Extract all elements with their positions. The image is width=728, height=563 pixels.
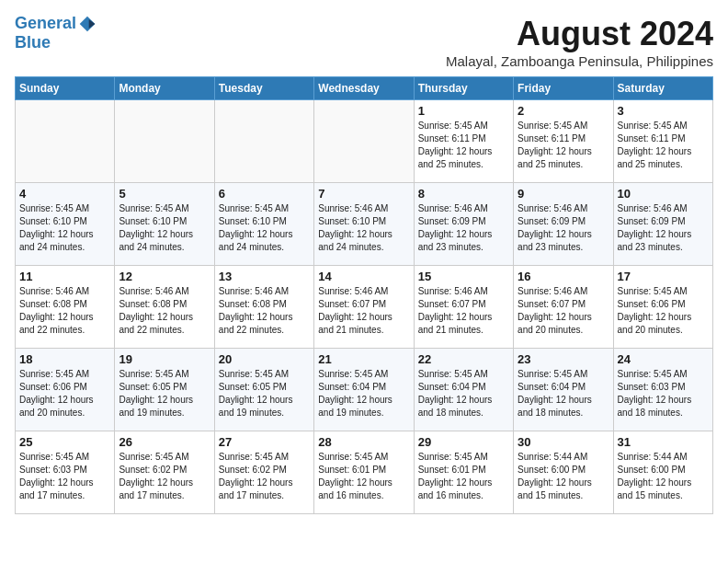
- day-info: Sunrise: 5:46 AM Sunset: 6:09 PM Dayligh…: [618, 202, 709, 254]
- day-cell: [314, 100, 414, 183]
- day-cell: 14Sunrise: 5:46 AM Sunset: 6:07 PM Dayli…: [314, 266, 414, 349]
- title-block: August 2024 Malayal, Zamboanga Peninsula…: [446, 15, 713, 69]
- day-cell: 24Sunrise: 5:45 AM Sunset: 6:03 PM Dayli…: [613, 349, 712, 431]
- day-number: 26: [119, 435, 210, 449]
- day-number: 31: [618, 435, 709, 449]
- day-cell: 21Sunrise: 5:45 AM Sunset: 6:04 PM Dayli…: [314, 349, 414, 431]
- day-info: Sunrise: 5:45 AM Sunset: 6:01 PM Dayligh…: [318, 451, 409, 502]
- day-cell: [16, 100, 115, 183]
- day-info: Sunrise: 5:45 AM Sunset: 6:10 PM Dayligh…: [19, 202, 110, 254]
- week-row-4: 18Sunrise: 5:45 AM Sunset: 6:06 PM Dayli…: [16, 349, 713, 431]
- week-row-2: 4Sunrise: 5:45 AM Sunset: 6:10 PM Daylig…: [16, 183, 713, 266]
- day-number: 25: [19, 435, 110, 449]
- day-info: Sunrise: 5:45 AM Sunset: 6:04 PM Dayligh…: [418, 368, 509, 419]
- day-info: Sunrise: 5:44 AM Sunset: 6:00 PM Dayligh…: [518, 451, 609, 502]
- day-info: Sunrise: 5:45 AM Sunset: 6:03 PM Dayligh…: [19, 451, 110, 502]
- day-cell: 18Sunrise: 5:45 AM Sunset: 6:06 PM Dayli…: [16, 349, 115, 431]
- day-cell: 3Sunrise: 5:45 AM Sunset: 6:11 PM Daylig…: [613, 100, 712, 183]
- day-cell: 10Sunrise: 5:46 AM Sunset: 6:09 PM Dayli…: [613, 183, 712, 266]
- day-number: 19: [119, 352, 210, 366]
- day-number: 20: [219, 352, 310, 366]
- day-cell: 26Sunrise: 5:45 AM Sunset: 6:02 PM Dayli…: [115, 431, 214, 514]
- day-cell: 8Sunrise: 5:46 AM Sunset: 6:09 PM Daylig…: [414, 183, 513, 266]
- day-number: 11: [19, 270, 110, 283]
- day-info: Sunrise: 5:45 AM Sunset: 6:10 PM Dayligh…: [119, 202, 210, 254]
- day-number: 14: [318, 270, 409, 283]
- day-cell: 9Sunrise: 5:46 AM Sunset: 6:09 PM Daylig…: [514, 183, 613, 266]
- calendar-header: SundayMondayTuesdayWednesdayThursdayFrid…: [16, 77, 713, 100]
- day-number: 7: [318, 187, 409, 201]
- day-number: 9: [518, 187, 609, 201]
- day-info: Sunrise: 5:45 AM Sunset: 6:03 PM Dayligh…: [618, 368, 709, 419]
- day-info: Sunrise: 5:46 AM Sunset: 6:09 PM Dayligh…: [418, 202, 509, 254]
- header-cell-monday: Monday: [115, 77, 214, 100]
- day-cell: 16Sunrise: 5:46 AM Sunset: 6:07 PM Dayli…: [514, 266, 613, 349]
- day-number: 22: [418, 352, 509, 366]
- day-number: 28: [318, 435, 409, 449]
- day-info: Sunrise: 5:45 AM Sunset: 6:11 PM Dayligh…: [418, 120, 509, 171]
- day-info: Sunrise: 5:45 AM Sunset: 6:01 PM Dayligh…: [418, 451, 509, 502]
- day-info: Sunrise: 5:45 AM Sunset: 6:06 PM Dayligh…: [618, 285, 709, 337]
- day-info: Sunrise: 5:46 AM Sunset: 6:07 PM Dayligh…: [318, 285, 409, 337]
- day-info: Sunrise: 5:46 AM Sunset: 6:09 PM Dayligh…: [518, 202, 609, 254]
- day-number: 30: [518, 435, 609, 449]
- logo-text: General: [15, 15, 97, 33]
- day-cell: 30Sunrise: 5:44 AM Sunset: 6:00 PM Dayli…: [514, 431, 613, 514]
- day-cell: 25Sunrise: 5:45 AM Sunset: 6:03 PM Dayli…: [16, 431, 115, 514]
- header-cell-saturday: Saturday: [613, 77, 712, 100]
- day-cell: 19Sunrise: 5:45 AM Sunset: 6:05 PM Dayli…: [115, 349, 214, 431]
- day-number: 5: [119, 187, 210, 201]
- page-header: General Blue August 2024 Malayal, Zamboa…: [15, 15, 713, 69]
- day-cell: 13Sunrise: 5:46 AM Sunset: 6:08 PM Dayli…: [214, 266, 313, 349]
- day-info: Sunrise: 5:45 AM Sunset: 6:06 PM Dayligh…: [19, 368, 110, 419]
- day-cell: 7Sunrise: 5:46 AM Sunset: 6:10 PM Daylig…: [314, 183, 414, 266]
- header-cell-tuesday: Tuesday: [214, 77, 313, 100]
- logo-icon: [78, 15, 97, 33]
- day-number: 4: [19, 187, 110, 201]
- day-info: Sunrise: 5:45 AM Sunset: 6:10 PM Dayligh…: [219, 202, 310, 254]
- day-cell: 31Sunrise: 5:44 AM Sunset: 6:00 PM Dayli…: [613, 431, 712, 514]
- day-cell: 5Sunrise: 5:45 AM Sunset: 6:10 PM Daylig…: [115, 183, 214, 266]
- header-cell-friday: Friday: [514, 77, 613, 100]
- day-cell: 2Sunrise: 5:45 AM Sunset: 6:11 PM Daylig…: [514, 100, 613, 183]
- day-number: 21: [318, 352, 409, 366]
- day-number: 10: [618, 187, 709, 201]
- day-number: 3: [618, 104, 709, 118]
- day-cell: 27Sunrise: 5:45 AM Sunset: 6:02 PM Dayli…: [214, 431, 313, 514]
- day-number: 12: [119, 270, 210, 283]
- day-cell: 23Sunrise: 5:45 AM Sunset: 6:04 PM Dayli…: [514, 349, 613, 431]
- day-cell: 20Sunrise: 5:45 AM Sunset: 6:05 PM Dayli…: [214, 349, 313, 431]
- logo: General Blue: [15, 15, 97, 52]
- day-number: 29: [418, 435, 509, 449]
- header-cell-thursday: Thursday: [414, 77, 513, 100]
- day-cell: [115, 100, 214, 183]
- day-number: 2: [518, 104, 609, 118]
- day-cell: 17Sunrise: 5:45 AM Sunset: 6:06 PM Dayli…: [613, 266, 712, 349]
- day-info: Sunrise: 5:45 AM Sunset: 6:04 PM Dayligh…: [318, 368, 409, 419]
- day-cell: 22Sunrise: 5:45 AM Sunset: 6:04 PM Dayli…: [414, 349, 513, 431]
- day-info: Sunrise: 5:45 AM Sunset: 6:02 PM Dayligh…: [219, 451, 310, 502]
- week-row-5: 25Sunrise: 5:45 AM Sunset: 6:03 PM Dayli…: [16, 431, 713, 514]
- calendar-title: August 2024: [446, 15, 713, 53]
- day-number: 1: [418, 104, 509, 118]
- calendar-body: 1Sunrise: 5:45 AM Sunset: 6:11 PM Daylig…: [16, 100, 713, 514]
- day-info: Sunrise: 5:46 AM Sunset: 6:10 PM Dayligh…: [318, 202, 409, 254]
- day-number: 27: [219, 435, 310, 449]
- day-info: Sunrise: 5:46 AM Sunset: 6:08 PM Dayligh…: [19, 285, 110, 337]
- day-number: 6: [219, 187, 310, 201]
- day-cell: 15Sunrise: 5:46 AM Sunset: 6:07 PM Dayli…: [414, 266, 513, 349]
- calendar-subtitle: Malayal, Zamboanga Peninsula, Philippine…: [446, 53, 713, 69]
- day-number: 24: [618, 352, 709, 366]
- logo-line2: Blue: [15, 33, 97, 52]
- header-cell-wednesday: Wednesday: [314, 77, 414, 100]
- day-info: Sunrise: 5:46 AM Sunset: 6:08 PM Dayligh…: [219, 285, 310, 337]
- svg-marker-1: [89, 19, 96, 29]
- day-info: Sunrise: 5:45 AM Sunset: 6:11 PM Dayligh…: [618, 120, 709, 171]
- day-info: Sunrise: 5:45 AM Sunset: 6:02 PM Dayligh…: [119, 451, 210, 502]
- day-info: Sunrise: 5:46 AM Sunset: 6:08 PM Dayligh…: [119, 285, 210, 337]
- header-cell-sunday: Sunday: [16, 77, 115, 100]
- day-cell: 28Sunrise: 5:45 AM Sunset: 6:01 PM Dayli…: [314, 431, 414, 514]
- day-cell: 1Sunrise: 5:45 AM Sunset: 6:11 PM Daylig…: [414, 100, 513, 183]
- header-row: SundayMondayTuesdayWednesdayThursdayFrid…: [16, 77, 713, 100]
- day-number: 17: [618, 270, 709, 283]
